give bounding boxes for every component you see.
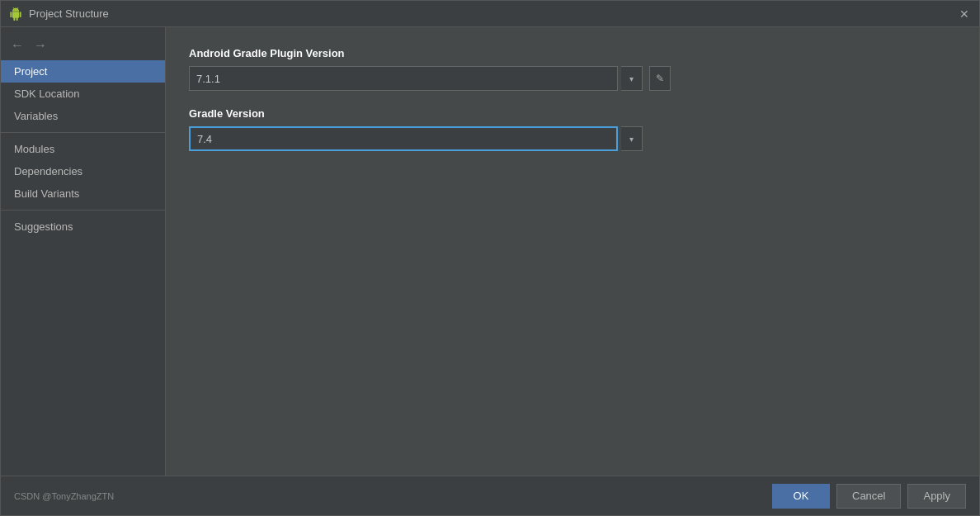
sidebar-item-project[interactable]: Project (1, 60, 165, 83)
content-area: Android Gradle Plugin Version ▾ ✎ Gradle… (166, 27, 979, 476)
plugin-version-edit-button[interactable]: ✎ (649, 66, 671, 91)
gradle-version-row: ▾ (189, 126, 956, 151)
footer-info: CSDN @TonyZhangZTN (14, 491, 114, 501)
project-structure-dialog: Project Structure ✕ ← → Project SDK Loca… (0, 0, 980, 516)
chevron-down-icon: ▾ (629, 74, 634, 83)
close-button[interactable]: ✕ (958, 7, 971, 21)
sidebar-item-modules[interactable]: Modules (1, 138, 165, 160)
nav-back-button[interactable]: ← (7, 37, 27, 54)
sidebar-item-suggestions[interactable]: Suggestions (1, 215, 165, 238)
plugin-version-label: Android Gradle Plugin Version (189, 47, 956, 59)
sidebar: ← → Project SDK Location Variables Modul… (1, 27, 166, 476)
cancel-button[interactable]: Cancel (836, 484, 901, 509)
sidebar-divider-1 (1, 132, 165, 133)
plugin-version-dropdown-button[interactable]: ▾ (621, 66, 643, 91)
nav-buttons: ← → (1, 34, 165, 60)
android-icon (9, 7, 22, 21)
ok-button[interactable]: OK (772, 484, 830, 509)
sidebar-divider-2 (1, 210, 165, 211)
nav-forward-button[interactable]: → (31, 37, 50, 54)
gradle-version-dropdown-button[interactable]: ▾ (621, 126, 643, 151)
gradle-version-label: Gradle Version (189, 107, 956, 120)
plugin-version-input[interactable] (189, 66, 618, 91)
dialog-body: ← → Project SDK Location Variables Modul… (1, 27, 979, 476)
gradle-version-group: Gradle Version ▾ (189, 107, 956, 151)
sidebar-item-dependencies[interactable]: Dependencies (1, 160, 165, 182)
sidebar-item-variables[interactable]: Variables (1, 105, 165, 127)
dialog-footer: CSDN @TonyZhangZTN OK Cancel Apply (1, 476, 979, 515)
title-bar-left: Project Structure (9, 7, 109, 21)
edit-icon: ✎ (656, 73, 664, 84)
apply-button[interactable]: Apply (907, 484, 966, 509)
chevron-down-icon: ▾ (629, 135, 634, 144)
dialog-title: Project Structure (29, 7, 109, 20)
plugin-version-group: Android Gradle Plugin Version ▾ ✎ (189, 47, 956, 91)
title-bar: Project Structure ✕ (1, 1, 979, 27)
sidebar-item-build-variants[interactable]: Build Variants (1, 182, 165, 205)
gradle-version-input[interactable] (189, 126, 618, 151)
plugin-version-row: ▾ ✎ (189, 66, 956, 91)
sidebar-item-sdk-location[interactable]: SDK Location (1, 83, 165, 105)
